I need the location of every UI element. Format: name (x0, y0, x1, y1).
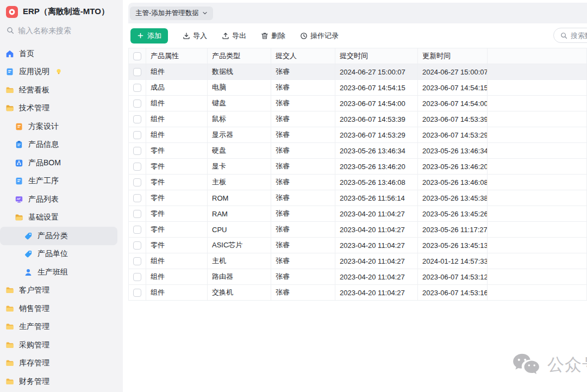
sidebar-item-home[interactable]: 首页 (0, 45, 117, 63)
row-checkbox-cell (129, 206, 146, 222)
submitter: 张睿 (271, 127, 335, 143)
select-all-checkbox[interactable] (133, 52, 141, 60)
table-row: 零件ASIC芯片张睿2023-04-20 11:04:272023-05-26 … (129, 238, 587, 253)
submit-time: 2023-05-26 13:46:34 (335, 143, 418, 159)
row-checkbox[interactable] (133, 241, 141, 250)
row-checkbox-cell (129, 253, 146, 269)
product-attribute: 零件 (146, 190, 208, 206)
sidebar-item-sales-mgmt[interactable]: 销售管理 (0, 300, 117, 318)
sidebar-item-inventory-mgmt[interactable]: 库存管理 (0, 354, 117, 373)
product-type: ROM (208, 190, 271, 206)
submitter: 张睿 (271, 175, 335, 190)
sidebar-item-finance-mgmt[interactable]: 财务管理 (0, 372, 117, 391)
row-checkbox[interactable] (133, 163, 141, 171)
submitter: 张睿 (271, 96, 335, 111)
delete-button[interactable]: 删除 (261, 31, 285, 41)
row-checkbox[interactable] (133, 273, 141, 281)
empty-cell (488, 285, 587, 301)
product-type: 键盘 (208, 96, 271, 111)
sidebar-item-purchase-mgmt[interactable]: 采购管理 (0, 336, 117, 354)
row-checkbox[interactable] (133, 226, 141, 234)
update-time: 2023-06-07 14:53:12 (418, 269, 488, 285)
sidebar-item-tech-mgmt[interactable]: 技术管理 (0, 99, 117, 118)
product-type: 数据线 (208, 64, 271, 80)
export-button-label: 导出 (232, 31, 246, 41)
sidebar-item-product-bom[interactable]: 产品BOM (0, 154, 117, 172)
submitter: 张睿 (271, 253, 335, 269)
table-row: 零件主板张睿2023-05-26 13:46:082023-05-26 13:4… (129, 175, 587, 190)
row-checkbox-cell (129, 238, 146, 253)
update-time: 2023-05-26 13:46:08 (418, 175, 488, 190)
product-attribute: 成品 (146, 80, 208, 96)
submit-time: 2023-04-20 11:04:27 (335, 206, 418, 222)
product-attribute: 零件 (146, 222, 208, 238)
submitter: 张睿 (271, 64, 335, 80)
app-title: ERP（离散制造-MTO） (23, 7, 109, 17)
row-checkbox[interactable] (133, 289, 141, 297)
sidebar-item-scheme-design[interactable]: 方案设计 (0, 117, 117, 136)
add-button[interactable]: 添加 (130, 28, 168, 43)
sidebar-item-label: 产品单位 (38, 249, 68, 259)
export-button[interactable]: 导出 (222, 31, 246, 41)
row-checkbox[interactable] (133, 257, 141, 265)
submit-time: 2023-06-07 14:53:39 (335, 111, 418, 127)
empty-cell (488, 127, 587, 143)
table-search-input[interactable] (571, 32, 587, 40)
empty-cell (488, 143, 587, 159)
plus-icon (137, 32, 144, 39)
sidebar-item-label: 技术管理 (19, 103, 49, 113)
folder-icon (5, 359, 14, 368)
row-checkbox[interactable] (133, 131, 141, 139)
erp-app-window: ERP（离散制造-MTO） 首页应用说明经营看板技术管理方案设计产品信息产品BO… (0, 0, 587, 392)
sidebar-item-production-mgmt[interactable]: 生产管理 (0, 318, 117, 337)
sidebar-item-label: 经营看板 (19, 85, 49, 95)
sidebar-item-product-category[interactable]: 产品分类 (0, 227, 117, 245)
row-checkbox[interactable] (133, 68, 141, 76)
empty-cell (488, 269, 587, 285)
sidebar-item-label: 产品BOM (28, 158, 61, 168)
sidebar-item-production-process[interactable]: 生产工序 (0, 172, 117, 191)
sidebar-item-basic-settings[interactable]: 基础设置 (0, 209, 117, 227)
sidebar-search-input[interactable] (18, 26, 105, 35)
update-time: 2023-05-26 13:45:38 (418, 190, 488, 206)
row-checkbox[interactable] (133, 147, 141, 155)
product-attribute: 零件 (146, 206, 208, 222)
row-checkbox[interactable] (133, 99, 141, 108)
data-table: 产品属性产品类型提交人提交时间更新时间 组件数据线张睿2024-06-27 15… (128, 48, 587, 301)
row-checkbox-cell (129, 111, 146, 127)
search-icon (7, 27, 14, 34)
product-attribute: 零件 (146, 238, 208, 253)
user-icon (24, 268, 33, 277)
submitter: 张睿 (271, 222, 335, 238)
table-row: 成品电脑张睿2023-06-07 14:54:152023-06-07 14:5… (129, 80, 587, 96)
sidebar-item-product-info[interactable]: 产品信息 (0, 136, 117, 154)
doc-orange-icon (15, 122, 23, 131)
sidebar-item-label: 采购管理 (19, 340, 49, 350)
sidebar-item-production-team[interactable]: 生产班组 (0, 263, 117, 282)
submit-time: 2024-06-27 15:00:07 (335, 64, 418, 80)
folder-icon (5, 377, 14, 386)
sidebar-item-label: 生产班组 (38, 267, 68, 277)
sidebar-item-app-guide[interactable]: 应用说明 (0, 63, 117, 82)
sidebar-item-product-unit[interactable]: 产品单位 (0, 245, 117, 264)
row-checkbox[interactable] (133, 210, 141, 218)
sidebar-item-business-board[interactable]: 经营看板 (0, 81, 117, 99)
sidebar-item-customer-mgmt[interactable]: 客户管理 (0, 282, 117, 300)
row-checkbox[interactable] (133, 84, 141, 92)
submit-time: 2023-06-07 14:54:15 (335, 80, 418, 96)
select-all-header-cell (129, 48, 146, 64)
sidebar-item-product-list[interactable]: 产品列表 (0, 190, 117, 209)
history-button[interactable]: 操作记录 (300, 31, 339, 41)
row-checkbox-cell (129, 143, 146, 159)
row-checkbox[interactable] (133, 115, 141, 123)
row-checkbox-cell (129, 96, 146, 111)
row-checkbox[interactable] (133, 178, 141, 186)
product-type: 主板 (208, 175, 271, 190)
main-content: 主管-添加并管理数据 添加 导入 (123, 0, 587, 392)
sidebar-item-label: 方案设计 (28, 122, 59, 132)
view-selector-dropdown[interactable]: 主管-添加并管理数据 (130, 7, 213, 20)
row-checkbox[interactable] (133, 194, 141, 202)
update-time: 2023-06-07 14:53:29 (418, 127, 488, 143)
import-button[interactable]: 导入 (183, 31, 207, 41)
update-time: 2023-05-26 13:45:26 (418, 206, 488, 222)
